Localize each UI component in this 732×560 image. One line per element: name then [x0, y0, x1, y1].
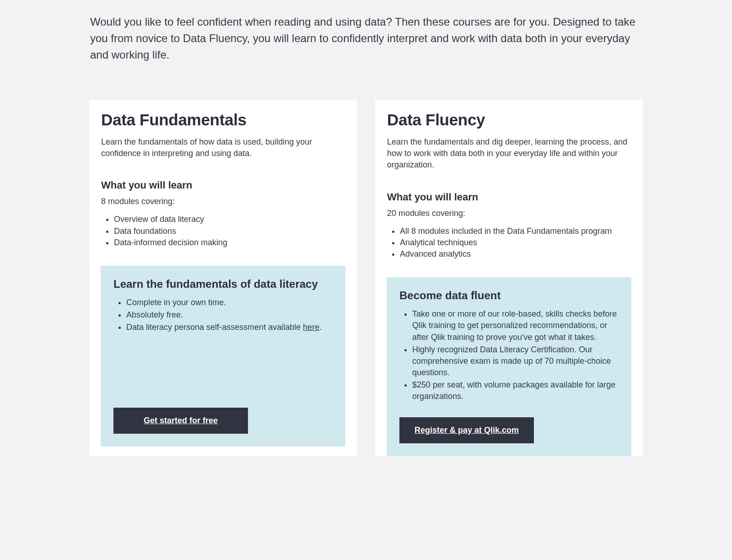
register-button[interactable]: Register & pay at Qlik.com	[399, 417, 534, 443]
modules-list: Overview of data literacy Data foundatio…	[101, 214, 345, 248]
item-text: Data literacy persona self-assessment av…	[126, 323, 303, 332]
list-item: Highly recognized Data Literacy Certific…	[412, 344, 619, 379]
learn-heading: What you will learn	[101, 179, 345, 191]
card-title: Data Fundamentals	[101, 111, 345, 129]
list-item: Absolutely free.	[126, 309, 333, 321]
learn-heading: What you will learn	[387, 191, 631, 203]
list-item: Data literacy persona self-assessment av…	[126, 322, 333, 333]
card-data-fundamentals: Data Fundamentals Learn the fundamentals…	[89, 100, 357, 456]
list-item: Analytical techniques	[400, 237, 631, 248]
callout-list: Take one or more of our role-based, skil…	[399, 308, 619, 404]
callout-box: Learn the fundamentals of data literacy …	[101, 266, 345, 447]
list-item: All 8 modules included in the Data Funda…	[400, 226, 631, 237]
get-started-button[interactable]: Get started for free	[113, 408, 248, 434]
list-item: Take one or more of our role-based, skil…	[412, 308, 619, 343]
card-data-fluency: Data Fluency Learn the fundamentals and …	[375, 100, 643, 456]
list-item: Data-informed decision making	[114, 237, 345, 248]
callout-box: Become data fluent Take one or more of o…	[387, 277, 631, 456]
list-item: Data foundations	[114, 226, 345, 237]
item-suffix: .	[319, 323, 322, 332]
modules-count: 8 modules covering:	[101, 197, 345, 206]
card-description: Learn the fundamentals and dig deeper, l…	[387, 136, 631, 171]
list-item: Complete in your own time.	[126, 297, 333, 308]
intro-paragraph: Would you like to feel confident when re…	[89, 14, 643, 63]
callout-title: Become data fluent	[399, 289, 619, 302]
card-description: Learn the fundamentals of how data is us…	[101, 136, 345, 159]
list-item: Advanced analytics	[400, 248, 631, 260]
here-link[interactable]: here	[303, 323, 319, 332]
list-item: Overview of data literacy	[114, 214, 345, 225]
callout-title: Learn the fundamentals of data literacy	[113, 278, 333, 291]
modules-count: 20 modules covering:	[387, 209, 631, 218]
course-cards: Data Fundamentals Learn the fundamentals…	[89, 100, 643, 456]
modules-list: All 8 modules included in the Data Funda…	[387, 226, 631, 260]
list-item: $250 per seat, with volume packages avai…	[412, 379, 619, 402]
callout-list: Complete in your own time. Absolutely fr…	[113, 297, 333, 334]
card-title: Data Fluency	[387, 111, 631, 129]
